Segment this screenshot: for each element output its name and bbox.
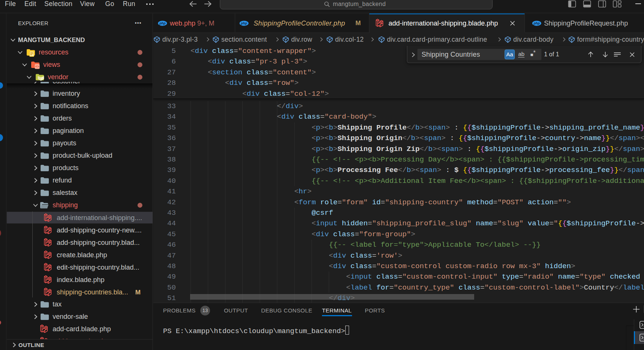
svg-text:php: php (533, 21, 540, 25)
svg-text:<>: <> (35, 65, 39, 69)
svg-text:php: php (240, 21, 247, 25)
svg-text:php: php (159, 21, 166, 25)
